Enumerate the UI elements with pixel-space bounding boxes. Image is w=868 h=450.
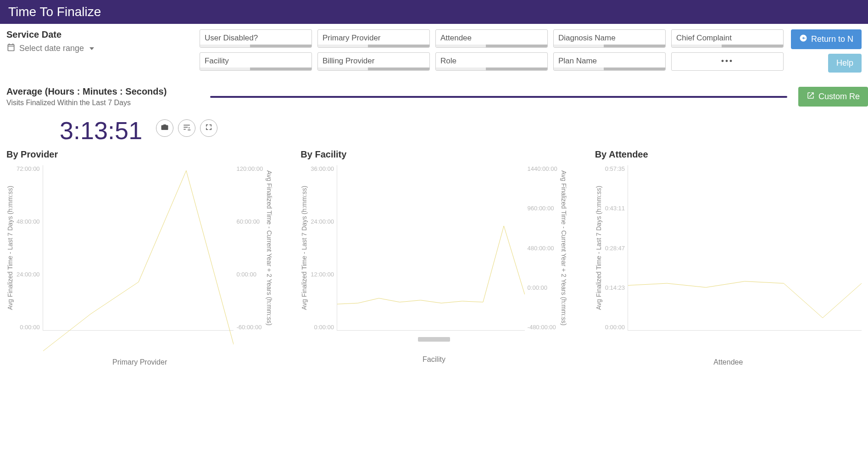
average-subtitle: Visits Finalized Within the Last 7 Days [6,99,199,107]
tick: 0:14:23 [605,284,625,291]
chart-plot[interactable]: Avg Finalized Time - Last 7 Days (h:mm:s… [6,165,273,331]
y-ticks-left: 0:57:35 0:43:11 0:28:47 0:14:23 0:00:00 [602,165,628,331]
return-label: Return to N [811,34,853,44]
filter-billing-provider[interactable]: Billing Provider [317,52,430,71]
tick: 960:00:00 [528,205,554,212]
tick: -480:00:00 [528,324,556,331]
tick: 0:00:00 [528,284,547,291]
tick: 120:00:00 [236,165,263,172]
scrollbar-thumb[interactable] [722,45,783,47]
tick: -60:00:00 [236,324,262,331]
line-overlay [337,165,525,353]
action-buttons: Return to N Help [791,29,862,73]
filter-diagnosis-name[interactable]: Diagnosis Name [553,29,666,48]
divider-bar [210,96,787,98]
tick: 0:00:00 [605,324,625,331]
tick: 48:00:00 [17,218,40,225]
filter-label: Primary Provider [323,34,381,42]
chart-toolbar [156,119,217,137]
tick: 0:57:35 [605,165,625,172]
help-label: Help [836,58,853,68]
camera-icon [161,123,169,133]
scrollbar-thumb[interactable] [250,68,312,70]
filter-plan-name[interactable]: Plan Name [553,52,666,71]
x-axis-label: Primary Provider [6,358,273,366]
y-axis-right-label: Avg Finalized Time - Current Year + 2 Ye… [560,165,568,331]
filter-chief-complaint[interactable]: Chief Complaint [671,29,784,48]
y-ticks-right: 120:00:00 60:00:00 0:00:00 -60:00:00 [234,165,266,331]
tick: 24:00:00 [311,218,334,225]
page-title: Time To Finalize [8,5,101,19]
chart-by-facility: By Facility Avg Finalized Time - Last 7 … [300,149,567,364]
filter-label: Diagnosis Name [558,34,616,42]
chart-title: By Facility [300,149,567,160]
tick: 72:00:00 [17,165,40,172]
expand-button[interactable] [200,119,217,137]
average-labels: Average (Hours : Minutes : Seconds) Visi… [6,86,199,107]
y-axis-right-label: Avg Finalized Time - Current Year + 2 Ye… [266,165,273,331]
average-title: Average (Hours : Minutes : Seconds) [6,86,199,97]
filter-user-disabled[interactable]: User Disabled? [200,29,312,48]
average-summary-row: Average (Hours : Minutes : Seconds) Visi… [0,73,868,107]
y-axis-left-label: Avg Finalized Time - Last 7 Days (h:mm:s… [6,165,14,331]
return-button[interactable]: Return to N [791,29,862,49]
scrollbar-thumb[interactable] [486,45,547,47]
sliders-icon [183,123,191,133]
camera-button[interactable] [156,119,173,137]
scrollbar-thumb[interactable] [604,45,665,47]
scrollbar-thumb[interactable] [604,68,665,70]
filter-label: Plan Name [558,56,597,65]
expand-icon [205,123,213,133]
scrollbar-thumb[interactable] [368,68,429,70]
filter-more-button[interactable]: ••• [671,52,784,71]
line-overlay [628,165,862,366]
chevron-down-icon [89,47,94,50]
filter-label: Role [440,56,456,65]
tick: 60:00:00 [236,218,260,225]
filter-label: Facility [205,56,229,65]
scrollbar-thumb[interactable] [486,68,547,70]
y-ticks-right: 1440:00:00 960:00:00 480:00:00 0:00:00 -… [525,165,560,331]
filters-region: Service Date Select date range User Disa… [0,24,868,73]
tick: 480:00:00 [528,245,554,252]
scrollbar-thumb[interactable] [250,45,312,47]
custom-report-label: Custom Re [818,92,860,101]
x-axis-label: Attendee [595,358,862,366]
chart-plot[interactable]: Avg Finalized Time - Last 7 Days (h:mm:s… [300,165,567,331]
chart-title: By Attendee [595,149,862,160]
plot-area [43,165,234,331]
tick: 24:00:00 [17,271,40,278]
average-value: 3:13:51 [0,107,142,149]
tick: 0:43:11 [605,205,625,212]
chart-by-attendee: By Attendee Avg Finalized Time - Last 7 … [595,149,862,366]
tick: 1440:00:00 [528,165,557,172]
y-axis-left-label: Avg Finalized Time - Last 7 Days (h:mm:s… [595,165,602,331]
sliders-button[interactable] [178,119,195,137]
tick: 12:00:00 [311,271,334,278]
y-axis-left-label: Avg Finalized Time - Last 7 Days (h:mm:s… [300,165,308,331]
filter-attendee[interactable]: Attendee [435,29,548,48]
charts-row: By Provider Avg Finalized Time - Last 7 … [0,149,868,366]
plot-area [628,165,862,331]
filter-label: Billing Provider [323,56,374,65]
x-scrollbar[interactable] [418,337,450,342]
arrow-left-circle-icon [799,34,807,45]
chart-plot[interactable]: Avg Finalized Time - Last 7 Days (h:mm:s… [595,165,862,331]
filter-primary-provider[interactable]: Primary Provider [317,29,430,48]
filter-label: Attendee [440,34,472,42]
filter-role[interactable]: Role [435,52,548,71]
tick: 0:00:00 [236,271,256,278]
plot-area [337,165,525,331]
filter-facility[interactable]: Facility [200,52,312,71]
page-header: Time To Finalize [0,0,868,24]
x-axis-label: Facility [300,355,567,364]
scrollbar-thumb[interactable] [368,45,429,47]
tick: 0:00:00 [314,324,334,331]
filter-label: Chief Complaint [676,34,732,42]
y-ticks-left: 36:00:00 24:00:00 12:00:00 0:00:00 [308,165,337,331]
date-range-picker[interactable]: Select date range [6,43,94,54]
help-button[interactable]: Help [828,54,862,73]
chart-by-provider: By Provider Avg Finalized Time - Last 7 … [6,149,273,366]
calendar-icon [6,43,16,54]
custom-report-button[interactable]: Custom Re [798,87,868,107]
